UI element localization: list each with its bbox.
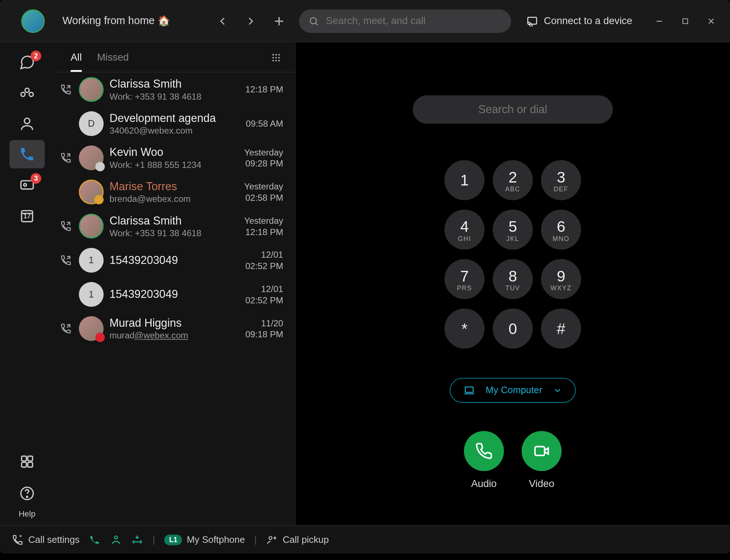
nav-voicemail[interactable]: 3 bbox=[9, 171, 45, 199]
call-name: Kevin Woo bbox=[110, 146, 238, 160]
call-row[interactable]: Marise Torresbrenda@webex.comYesterday02… bbox=[54, 175, 295, 209]
call-name: 15439203049 bbox=[110, 254, 239, 267]
svg-rect-4 bbox=[528, 17, 537, 24]
svg-point-22 bbox=[27, 496, 28, 498]
tab-all[interactable]: All bbox=[71, 52, 82, 72]
main-area: 2 3 17 bbox=[0, 42, 730, 525]
keypad-key-6[interactable]: 6MNO bbox=[541, 210, 581, 250]
keypad-key-#[interactable]: # bbox=[541, 308, 581, 349]
keypad-key-0[interactable]: 0 bbox=[493, 308, 533, 349]
svg-point-9 bbox=[25, 88, 29, 92]
call-row[interactable]: Kevin WooWork: +1 888 555 1234Yesterday0… bbox=[54, 141, 295, 175]
maximize-button[interactable] bbox=[673, 9, 697, 33]
keypad-key-*[interactable]: * bbox=[445, 308, 485, 349]
call-direction-icon bbox=[59, 84, 73, 95]
key-letters: MNO bbox=[553, 235, 569, 242]
connect-device-button[interactable]: Connect to a device bbox=[526, 15, 633, 27]
call-subtitle: Work: +353 91 38 4618 bbox=[110, 228, 238, 238]
global-search[interactable] bbox=[299, 9, 511, 33]
keypad-key-8[interactable]: 8TUV bbox=[493, 259, 533, 299]
nav-contacts[interactable] bbox=[9, 110, 45, 138]
key-digit: 7 bbox=[460, 267, 469, 285]
user-avatar[interactable] bbox=[21, 9, 45, 33]
keypad-key-3[interactable]: 3DEF bbox=[541, 160, 581, 200]
call-list[interactable]: Clarissa SmithWork: +353 91 38 461812:18… bbox=[54, 72, 295, 525]
keypad-key-4[interactable]: 4GHI bbox=[445, 210, 485, 250]
keypad-key-9[interactable]: 9WXYZ bbox=[541, 259, 581, 299]
call-timestamp: Yesterday02:58 PM bbox=[244, 180, 283, 203]
svg-point-30 bbox=[275, 60, 277, 61]
call-subtitle: brenda@webex.com bbox=[110, 193, 238, 203]
svg-rect-13 bbox=[21, 181, 33, 189]
back-button[interactable] bbox=[212, 10, 233, 31]
call-timestamp: 09:58 AM bbox=[246, 118, 283, 129]
nav-apps[interactable] bbox=[9, 448, 45, 476]
softphone-line[interactable]: L1 My Softphone bbox=[165, 534, 245, 545]
clock-badge-icon bbox=[95, 162, 105, 172]
call-buttons: Audio Video bbox=[464, 431, 562, 490]
audio-call-button[interactable]: Audio bbox=[464, 431, 504, 490]
dial-search-input[interactable] bbox=[443, 103, 583, 116]
call-row[interactable]: Clarissa SmithWork: +353 91 38 461812:18… bbox=[54, 72, 295, 107]
keypad-key-1[interactable]: 1 bbox=[445, 160, 485, 200]
minimize-button[interactable] bbox=[648, 9, 671, 33]
svg-point-28 bbox=[278, 57, 280, 58]
video-call-button[interactable]: Video bbox=[522, 431, 562, 490]
apps-icon bbox=[19, 453, 35, 470]
svg-rect-17 bbox=[22, 456, 26, 461]
key-digit: 6 bbox=[557, 218, 565, 236]
call-row[interactable]: Clarissa SmithWork: +353 91 38 4618Yeste… bbox=[54, 209, 295, 243]
nav-help[interactable] bbox=[9, 479, 45, 507]
device-selector[interactable]: My Computer bbox=[450, 378, 576, 403]
call-history-pane: All Missed Clarissa SmithWork: +353 91 3… bbox=[54, 42, 295, 525]
svg-rect-20 bbox=[28, 462, 32, 467]
contact-avatar bbox=[79, 316, 104, 341]
key-digit: 0 bbox=[508, 319, 517, 338]
laptop-icon bbox=[463, 384, 475, 396]
call-timestamp: 12/0102:52 PM bbox=[245, 283, 283, 306]
nav-calling[interactable] bbox=[9, 140, 45, 168]
contact-avatar bbox=[79, 180, 104, 204]
dialpad-toggle[interactable] bbox=[270, 52, 282, 72]
svg-point-42 bbox=[269, 536, 272, 539]
phone-icon bbox=[475, 442, 493, 460]
nav-teams[interactable] bbox=[9, 79, 45, 107]
keypad-key-2[interactable]: 2ABC bbox=[493, 160, 533, 200]
svg-point-11 bbox=[29, 92, 33, 96]
contact-avatar: 1 bbox=[79, 248, 104, 273]
svg-point-27 bbox=[275, 57, 277, 58]
search-input[interactable] bbox=[326, 15, 502, 27]
call-settings-button[interactable]: Call settings bbox=[12, 534, 80, 545]
call-direction-icon bbox=[59, 323, 73, 334]
call-name: Murad Higgins bbox=[110, 317, 239, 330]
keypad-key-5[interactable]: 5JKL bbox=[493, 210, 533, 250]
call-row[interactable]: 11543920304912/0102:52 PM bbox=[54, 243, 295, 277]
nav-calendar[interactable]: 17 bbox=[9, 202, 45, 230]
keypad: 12ABC3DEF4GHI5JKL6MNO7PRS8TUV9WXYZ*0# bbox=[445, 160, 581, 349]
call-pickup-button[interactable]: Call pickup bbox=[266, 534, 328, 545]
user-status[interactable]: Working from home 🏠 bbox=[62, 15, 170, 27]
tab-missed[interactable]: Missed bbox=[97, 52, 129, 72]
plus-button[interactable] bbox=[268, 10, 289, 31]
dial-search[interactable] bbox=[413, 95, 613, 123]
cast-icon bbox=[526, 15, 538, 27]
call-name: Clarissa Smith bbox=[110, 78, 239, 91]
key-digit: 3 bbox=[557, 168, 565, 186]
key-letters: WXYZ bbox=[550, 284, 572, 291]
connect-device-label: Connect to a device bbox=[544, 15, 632, 27]
forward-button[interactable] bbox=[240, 10, 261, 31]
voicemail-badge: 3 bbox=[31, 173, 41, 184]
call-row[interactable]: Murad Higginsmurad@webex.com11/2009:18 P… bbox=[54, 311, 295, 346]
key-letters: JKL bbox=[506, 235, 519, 242]
call-name: Marise Torres bbox=[110, 180, 238, 194]
call-row[interactable]: 11543920304912/0102:52 PM bbox=[54, 277, 295, 312]
home-icon: 🏠 bbox=[158, 15, 170, 27]
key-digit: 2 bbox=[508, 168, 517, 186]
status-icon-3 bbox=[131, 534, 143, 545]
close-button[interactable] bbox=[699, 9, 723, 33]
keypad-key-7[interactable]: 7PRS bbox=[445, 259, 485, 299]
svg-point-2 bbox=[310, 18, 316, 24]
call-row[interactable]: DDevelopment agenda340620@webex.com09:58… bbox=[54, 107, 295, 141]
nav-messaging[interactable]: 2 bbox=[9, 48, 45, 76]
key-digit: 9 bbox=[557, 267, 565, 285]
